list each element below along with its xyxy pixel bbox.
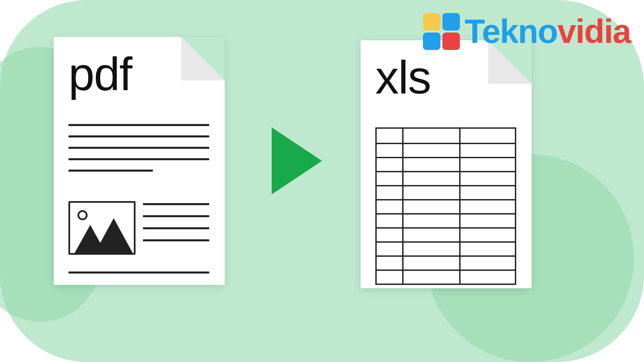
text-line <box>143 215 209 217</box>
teknovidia-logo: Teknovidia <box>423 12 631 51</box>
image-placeholder-icon <box>68 201 136 255</box>
convert-arrow-icon <box>272 127 322 194</box>
pdf-text-lines <box>68 124 209 181</box>
text-line <box>68 272 209 274</box>
logo-text-part1: Tekno <box>465 12 557 50</box>
pdf-side-lines <box>143 201 209 251</box>
pdf-document-card: pdf <box>54 37 225 285</box>
text-line <box>143 227 209 229</box>
text-line <box>68 135 209 137</box>
text-line <box>68 147 209 149</box>
pdf-bottom-content <box>68 201 209 255</box>
xls-document-card: xls <box>361 40 532 288</box>
logo-tiles-icon <box>423 13 460 50</box>
text-line <box>68 158 209 160</box>
pdf-label: pdf <box>68 47 132 101</box>
text-line <box>68 170 153 172</box>
text-line <box>68 124 209 126</box>
stage-background: pdf xls <box>0 0 644 362</box>
xls-label: xls <box>375 50 431 105</box>
spreadsheet-grid-icon <box>375 127 516 285</box>
text-line <box>143 239 209 241</box>
logo-text: Teknovidia <box>465 12 631 51</box>
page-fold-icon <box>181 37 225 80</box>
text-line <box>143 203 209 205</box>
logo-text-part2: vidia <box>557 12 631 50</box>
